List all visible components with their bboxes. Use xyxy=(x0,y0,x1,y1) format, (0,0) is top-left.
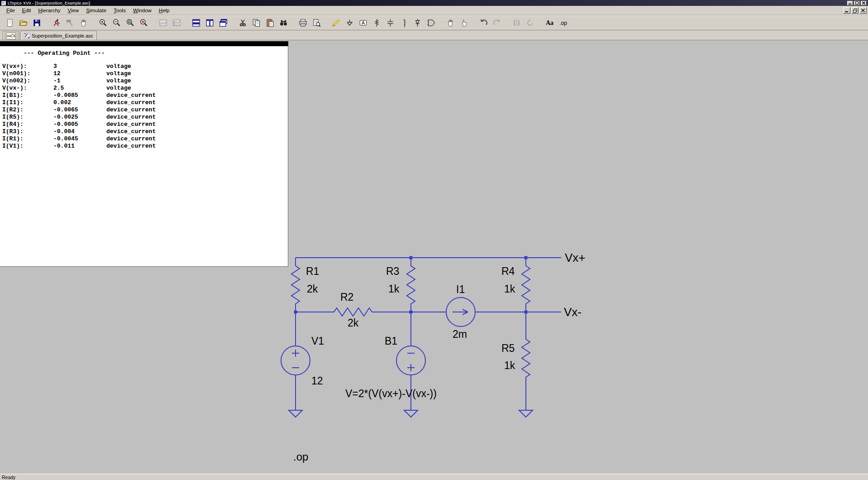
ground-symbols[interactable] xyxy=(289,410,533,417)
tile-vertical-button[interactable] xyxy=(204,17,216,29)
zoom-out-button[interactable] xyxy=(110,17,123,29)
rotate-button[interactable] xyxy=(524,17,536,29)
tab-waveform[interactable] xyxy=(2,31,19,40)
component-value-R1[interactable]: 2k xyxy=(307,283,318,295)
tile-horizontal-button[interactable] xyxy=(190,17,202,29)
menu-window[interactable]: Window xyxy=(129,6,155,14)
place-component-button[interactable] xyxy=(425,17,437,29)
component-I1[interactable]: I1 2m xyxy=(446,283,475,340)
menu-tools[interactable]: Tools xyxy=(110,6,129,14)
component-name-R1[interactable]: R1 xyxy=(306,265,319,277)
zoom-area-icon xyxy=(126,19,134,27)
open-button[interactable] xyxy=(17,17,29,29)
component-name-R4[interactable]: R4 xyxy=(501,265,515,277)
component-value-R2[interactable]: 2k xyxy=(348,317,359,329)
component-value-R3[interactable]: 1k xyxy=(388,283,400,295)
plot-pane-button[interactable] xyxy=(157,17,169,29)
halt-button[interactable] xyxy=(64,17,76,29)
schematic-editor-canvas[interactable]: R1 2k R2 2k R3 1k R4 1k R5 1k xyxy=(0,40,868,474)
tab-schematic[interactable]: Superposition_Example.asc xyxy=(20,31,97,40)
menu-file[interactable]: File xyxy=(3,6,19,14)
component-value-I1[interactable]: 2m xyxy=(453,328,467,340)
schematic-icon xyxy=(24,33,30,38)
component-value-B1[interactable]: V=2*(V(vx+)-V(vx-)) xyxy=(345,388,437,399)
spice-directive-text[interactable]: .op xyxy=(293,451,308,463)
inductor-icon xyxy=(400,19,408,27)
menu-view[interactable]: View xyxy=(64,6,83,14)
zoom-in-button[interactable] xyxy=(97,17,109,29)
operating-point-titlebar[interactable] xyxy=(0,41,288,46)
mdi-close-button[interactable] xyxy=(859,7,867,14)
component-R2[interactable]: R2 2k xyxy=(296,291,411,329)
op-header: --- Operating Point --- xyxy=(24,50,288,57)
component-value-V1[interactable]: 12 xyxy=(311,375,323,387)
label-net-button[interactable] xyxy=(357,17,369,29)
zoom-full-extents-icon xyxy=(139,19,148,27)
component-name-I1[interactable]: I1 xyxy=(456,283,465,295)
mdi-minimize-button[interactable] xyxy=(843,7,850,14)
op-row: V(vx+):3voltage xyxy=(0,63,288,70)
redo-button[interactable] xyxy=(491,17,503,29)
component-R5[interactable]: R5 1k xyxy=(501,312,530,410)
component-R3[interactable]: R3 1k xyxy=(386,258,415,312)
net-label-vx-minus[interactable]: Vx- xyxy=(564,305,582,319)
pencil-icon xyxy=(332,19,340,27)
component-name-B1[interactable]: B1 xyxy=(385,335,397,347)
op-row: V(vx-):2.5voltage xyxy=(0,85,288,92)
op-row: I(R4):-0.0005device_current xyxy=(0,121,288,128)
spice-directive-button[interactable]: .op xyxy=(557,17,569,29)
menu-simulate[interactable]: Simulate xyxy=(82,6,110,14)
move-button[interactable] xyxy=(444,17,457,29)
paste-icon xyxy=(266,19,274,27)
component-name-R3[interactable]: R3 xyxy=(386,265,399,277)
menu-edit[interactable]: Edit xyxy=(19,6,35,14)
app-icon xyxy=(1,1,6,5)
menu-help[interactable]: Help xyxy=(155,6,173,14)
place-diode-button[interactable] xyxy=(411,17,424,29)
zoom-full-extents-button[interactable] xyxy=(138,17,150,29)
component-V1[interactable]: V1 12 xyxy=(281,312,324,410)
copy-icon xyxy=(252,19,261,27)
zoom-area-button[interactable] xyxy=(124,17,136,29)
place-capacitor-button[interactable] xyxy=(384,17,396,29)
plus-sign xyxy=(407,364,415,371)
place-resistor-button[interactable] xyxy=(371,17,383,29)
new-schematic-button[interactable] xyxy=(4,17,16,29)
component-name-V1[interactable]: V1 xyxy=(311,335,324,347)
component-name-R2[interactable]: R2 xyxy=(340,291,353,303)
mdi-restore-button[interactable] xyxy=(851,7,858,14)
copy-button[interactable] xyxy=(250,17,262,29)
component-value-R4[interactable]: 1k xyxy=(504,283,515,295)
operating-point-body: --- Operating Point --- V(vx+):3voltage … xyxy=(0,46,288,267)
undo-button[interactable] xyxy=(477,17,490,29)
net-label-vx-plus[interactable]: Vx+ xyxy=(565,251,586,264)
run-button[interactable] xyxy=(50,17,62,29)
toolbar: Aa .op xyxy=(0,15,868,30)
place-ground-button[interactable] xyxy=(343,17,356,29)
cut-button[interactable] xyxy=(237,17,249,29)
plot-settings-button[interactable] xyxy=(171,17,183,29)
drag-button[interactable] xyxy=(458,17,470,29)
new-schematic-icon xyxy=(5,19,14,27)
pan-button[interactable] xyxy=(77,17,90,29)
find-button[interactable] xyxy=(277,17,290,29)
mdi-close-icon xyxy=(861,9,865,12)
paste-button[interactable] xyxy=(264,17,276,29)
menu-hierarchy[interactable]: Hierarchy xyxy=(34,6,64,14)
print-button[interactable] xyxy=(297,17,309,29)
component-R1[interactable]: R1 2k xyxy=(291,258,319,312)
mirror-button[interactable] xyxy=(510,17,523,29)
component-name-R5[interactable]: R5 xyxy=(501,342,515,354)
place-text-button[interactable]: Aa xyxy=(544,17,556,29)
cascade-windows-button[interactable] xyxy=(217,17,229,29)
print-preview-button[interactable] xyxy=(310,17,323,29)
draw-wire-button[interactable] xyxy=(330,17,342,29)
component-R4[interactable]: R4 1k xyxy=(501,258,530,312)
save-button[interactable] xyxy=(31,17,43,29)
minimize-button[interactable] xyxy=(847,1,853,5)
maximize-button[interactable] xyxy=(854,1,860,5)
place-inductor-button[interactable] xyxy=(398,17,410,29)
component-B1[interactable]: B1 V=2*(V(vx+)-V(vx-)) xyxy=(345,312,437,410)
close-button[interactable] xyxy=(861,1,867,5)
component-value-R5[interactable]: 1k xyxy=(504,360,515,371)
